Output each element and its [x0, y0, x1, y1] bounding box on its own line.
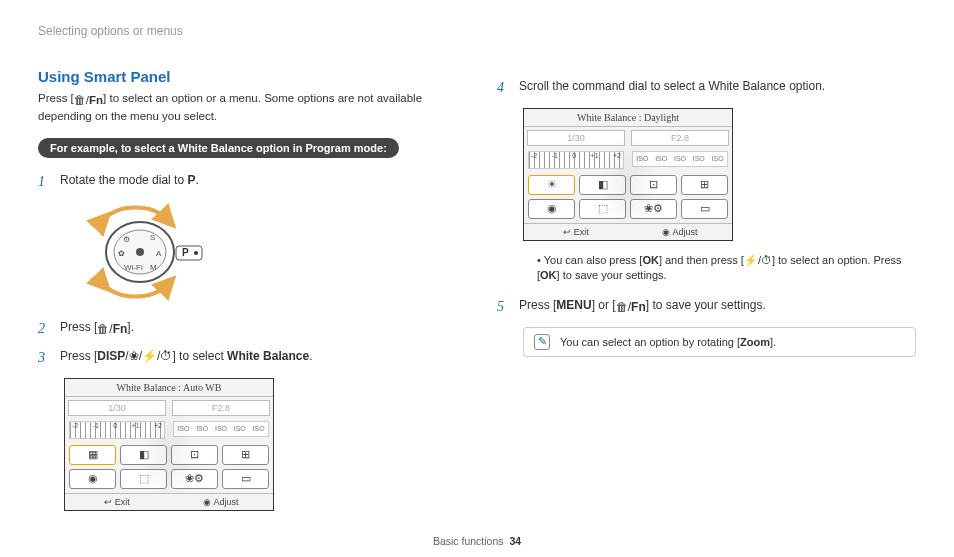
panel-icon: ❀⚙	[630, 199, 677, 219]
flash-icon: ⚡	[744, 254, 758, 266]
svg-rect-9	[176, 246, 202, 260]
panel-icon: ◧	[579, 175, 626, 195]
panel-icon-wb: ☀	[528, 175, 575, 195]
panel-icon: ▭	[222, 469, 269, 489]
panel-title: White Balance : Daylight	[524, 109, 732, 127]
panel-icon: ⊡	[171, 445, 218, 465]
step-4-bullet: • You can also press [OK] and then press…	[537, 253, 916, 284]
panel-icon: ⊞	[222, 445, 269, 465]
step-1: 1 Rotate the mode dial to P.	[38, 172, 457, 192]
smart-panel-auto: White Balance : Auto WB 1/30 F2.8 -2 -1 …	[64, 378, 274, 511]
ok-icon: OK	[642, 254, 659, 266]
note-box: ✎ You can select an option by rotating […	[523, 327, 916, 357]
step-4: 4 Scroll the command dial to select a Wh…	[497, 78, 916, 98]
macro-icon: ❀	[129, 349, 139, 363]
svg-text:✿: ✿	[118, 249, 125, 258]
timer-icon: ⏱	[761, 254, 772, 266]
example-pill: For example, to select a White Balance o…	[38, 138, 399, 158]
trash-fn-icon: 🗑/Fn	[74, 93, 103, 109]
aperture-value: F2.8	[631, 130, 729, 146]
menu-icon: MENU	[556, 298, 591, 312]
panel-icon: ⬚	[120, 469, 167, 489]
intro-text: Press [🗑/Fn] to select an option or a me…	[38, 91, 457, 124]
panel-icon: ⊡	[630, 175, 677, 195]
exit-label: ↩ Exit	[65, 494, 169, 510]
panel-icon: ◉	[69, 469, 116, 489]
ok-icon: OK	[540, 269, 557, 281]
panel-icon-wb: ▦	[69, 445, 116, 465]
svg-point-11	[194, 251, 198, 255]
panel-icon: ▭	[681, 199, 728, 219]
section-title: Using Smart Panel	[38, 68, 457, 85]
panel-icon: ◉	[528, 199, 575, 219]
iso-ruler: ISO ISO ISO ISO ISO	[173, 421, 269, 437]
step-5: 5 Press [MENU] or [🗑/Fn] to save your se…	[497, 297, 916, 317]
breadcrumb: Selecting options or menus	[38, 24, 457, 38]
trash-fn-icon: 🗑/Fn	[97, 321, 127, 338]
panel-icon: ⊞	[681, 175, 728, 195]
svg-text:M: M	[150, 263, 157, 272]
svg-text:S: S	[150, 233, 155, 242]
svg-point-2	[136, 248, 144, 256]
page-footer: Basic functions 34	[0, 535, 954, 547]
panel-icon: ❀⚙	[171, 469, 218, 489]
aperture-value: F2.8	[172, 400, 270, 416]
panel-title: White Balance : Auto WB	[65, 379, 273, 397]
step-2: 2 Press [🗑/Fn].	[38, 319, 457, 339]
note-icon: ✎	[534, 334, 550, 350]
smart-panel-daylight: White Balance : Daylight 1/30 F2.8 -2 -1…	[523, 108, 733, 241]
svg-text:Wi-Fi: Wi-Fi	[124, 263, 143, 272]
ev-ruler: -2 -1 0 +1 +2	[69, 421, 165, 439]
shutter-value: 1/30	[68, 400, 166, 416]
exit-label: ↩ Exit	[524, 224, 628, 240]
adjust-label: ◉ Adjust	[628, 224, 732, 240]
svg-text:P: P	[182, 247, 189, 258]
ev-ruler: -2 -1 0 +1 +2	[528, 151, 624, 169]
iso-ruler: ISO ISO ISO ISO ISO	[632, 151, 728, 167]
flash-icon: ⚡	[142, 349, 157, 363]
step-3: 3 Press [DISP/❀/⚡/⏱] to select White Bal…	[38, 348, 457, 368]
panel-icon: ◧	[120, 445, 167, 465]
panel-icon: ⬚	[579, 199, 626, 219]
svg-text:⚙: ⚙	[123, 235, 130, 244]
mode-dial-figure: ⚙ S A M Wi-Fi ✿ P	[68, 202, 457, 305]
disp-icon: DISP	[97, 349, 125, 363]
trash-fn-icon: 🗑/Fn	[616, 299, 646, 316]
timer-icon: ⏱	[160, 349, 172, 363]
svg-text:A: A	[156, 249, 162, 258]
shutter-value: 1/30	[527, 130, 625, 146]
adjust-label: ◉ Adjust	[169, 494, 273, 510]
